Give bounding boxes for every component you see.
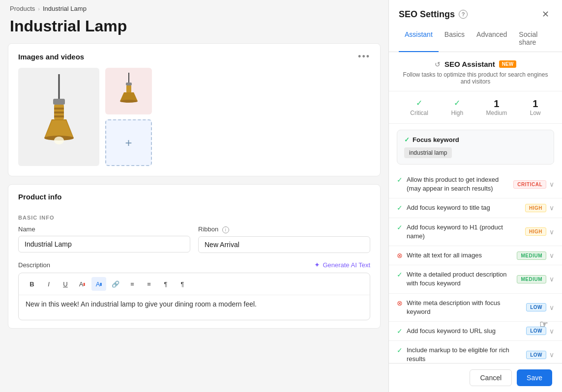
medium-count: 1 [486,98,507,110]
seo-content: ↺ SEO Assistant NEW Follow tasks to opti… [389,52,562,363]
name-input[interactable] [18,236,190,252]
name-ribbon-row: Name Ribbon i [8,225,380,261]
description-editor: B I U A▮ A▮ 🔗 ≡ ≡ ¶ ¶ New in this week! … [18,273,370,320]
task-error-icon: ⊗ [397,252,403,259]
save-button[interactable]: Save [517,369,552,386]
task-item: ⊗ Write alt text for all images MEDIUM ∨ [389,246,562,265]
new-badge: NEW [499,60,516,68]
task-expand-button[interactable]: ∨ [549,228,554,236]
low-label: Low [530,110,541,116]
task-expand-button[interactable]: ∨ [549,327,554,335]
description-text[interactable]: New in this week! An industrial lamp to … [19,295,370,320]
plus-icon: + [125,136,132,150]
align-left-button[interactable]: ¶ [158,277,173,291]
seo-close-button[interactable]: ✕ [539,8,552,21]
task-expand-button[interactable]: ∨ [549,180,554,188]
editor-toolbar: B I U A▮ A▮ 🔗 ≡ ≡ ¶ ¶ [19,273,370,295]
svg-rect-4 [54,112,64,113]
refresh-icon[interactable]: ↺ [435,60,441,68]
underline-button[interactable]: U [58,277,73,291]
task-success-icon: ✓ [397,176,403,184]
numbered-list-button[interactable]: ≡ [142,277,156,291]
link-button[interactable]: 🔗 [108,277,123,291]
svg-point-9 [54,137,64,144]
product-info-card: Product info BASIC INFO Name Ribbon i De… [8,184,381,329]
stat-high: ✓ High [451,98,463,116]
font-color-button[interactable]: A▮ [75,277,89,291]
align-right-button[interactable]: ¶ [175,277,190,291]
focus-kw-check-icon: ✓ [404,136,410,143]
cancel-button[interactable]: Cancel [470,369,512,386]
tab-social-share[interactable]: Social share [513,27,552,52]
ribbon-input[interactable] [198,236,370,253]
name-label: Name [18,225,190,233]
stat-critical: ✓ Critical [410,98,428,116]
stats-row: ✓ Critical ✓ High 1 Medium 1 Low [389,91,562,124]
main-image[interactable] [18,68,99,166]
task-expand-button[interactable]: ∨ [549,275,554,283]
ribbon-group: Ribbon i [198,225,370,253]
seo-panel: SEO Settings ? ✕ Assistant Basics Advanc… [388,0,562,392]
images-menu-icon[interactable]: ••• [358,52,370,62]
tab-assistant[interactable]: Assistant [399,27,439,52]
svg-point-14 [120,100,138,103]
stat-medium: 1 Medium [486,98,507,116]
task-badge-low: LOW [526,351,546,359]
bullet-list-button[interactable]: ≡ [125,277,140,291]
focus-keyword-tag[interactable]: industrial lamp [404,147,452,158]
basic-info-label: BASIC INFO [8,207,380,225]
task-expand-button[interactable]: ∨ [549,351,554,359]
seo-tabs: Assistant Basics Advanced Social share [389,27,562,52]
seo-footer: Cancel Save [389,363,562,392]
svg-rect-5 [54,115,64,117]
task-badge-high: HIGH [525,227,546,236]
critical-label: Critical [410,110,428,116]
low-count: 1 [530,98,541,110]
task-text: Add focus keyword to H1 (product name) [407,223,521,241]
svg-rect-3 [54,108,64,110]
desc-label: Description [18,261,50,269]
task-item: ⊗ Write meta description with focus keyw… [389,294,562,322]
focus-kw-title-text: Focus keyword [413,136,459,143]
task-badge-medium: MEDIUM [517,252,546,260]
seo-header: SEO Settings ? ✕ [389,0,562,21]
critical-check-icon: ✓ [410,98,428,108]
task-badge-medium: MEDIUM [517,275,546,283]
task-expand-button[interactable]: ∨ [549,252,554,259]
name-group: Name [18,225,190,253]
medium-label: Medium [486,110,507,116]
seo-help-icon[interactable]: ? [459,10,468,19]
bold-button[interactable]: B [25,277,39,291]
svg-marker-7 [45,120,73,137]
tab-advanced[interactable]: Advanced [471,27,513,52]
task-text: Add focus keyword to title tag [407,203,490,212]
tab-basics[interactable]: Basics [439,27,471,52]
high-check-icon: ✓ [451,98,463,108]
high-label: High [451,110,463,116]
ribbon-label: Ribbon i [198,225,370,233]
task-expand-button[interactable]: ∨ [549,304,554,311]
product-info-title: Product info [18,193,61,201]
breadcrumb-parent[interactable]: Products [10,5,35,12]
images-section-title: Images and videos [18,53,84,61]
task-item: ✓ Add focus keyword to URL slug LOW ∨ [389,322,562,341]
ribbon-info-icon[interactable]: i [222,226,229,233]
images-card: Images and videos ••• [8,43,381,176]
task-item: ✓ Include markup to be eligible for rich… [389,341,562,363]
task-item: ✓ Allow this product to get indexed (may… [389,170,562,198]
task-text: Write alt text for all images [407,251,482,260]
task-text: Include markup to be eligible for rich r… [407,346,522,363]
desc-header: Description ✦ Generate AI Text [8,261,380,273]
task-expand-button[interactable]: ∨ [549,204,554,212]
generate-ai-button[interactable]: ✦ Generate AI Text [314,261,370,269]
task-item: ✓ Add focus keyword to H1 (product name)… [389,218,562,246]
italic-button[interactable]: I [41,277,56,291]
breadcrumb: Products › Industrial Lamp [0,0,388,15]
task-item: ✓ Add focus keyword to title tag HIGH ∨ [389,198,562,218]
assistant-header: ↺ SEO Assistant NEW Follow tasks to opti… [389,52,562,91]
breadcrumb-current: Industrial Lamp [43,5,87,12]
task-success-icon: ✓ [397,346,403,354]
highlight-button[interactable]: A▮ [91,277,106,291]
thumbnail-1[interactable] [105,68,152,114]
add-image-button[interactable]: + [105,119,152,166]
